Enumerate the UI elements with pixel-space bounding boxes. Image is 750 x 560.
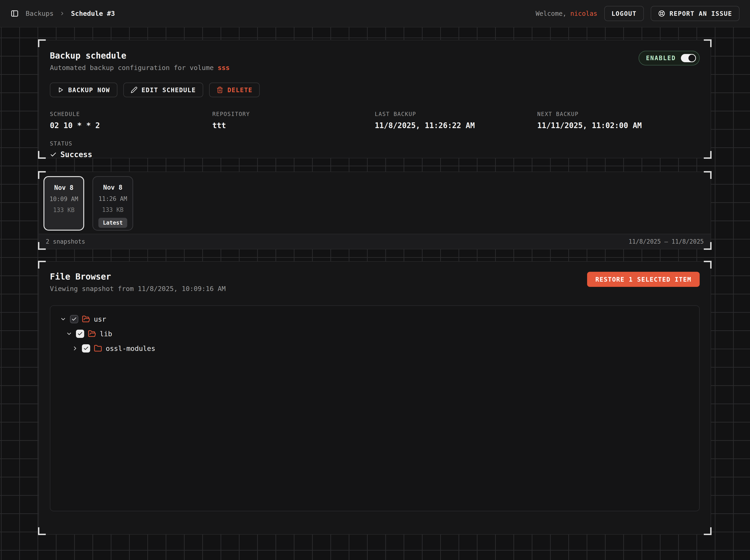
- backup-schedule-card: Backup schedule Automated backup configu…: [38, 40, 711, 158]
- corner-bracket: [38, 39, 46, 47]
- tree-label[interactable]: ossl-modules: [106, 344, 155, 353]
- corner-bracket: [38, 261, 46, 268]
- corner-bracket: [704, 242, 712, 250]
- toggle-switch[interactable]: [681, 54, 696, 62]
- breadcrumb-chevron-icon: [59, 11, 65, 16]
- folder-icon: [94, 344, 102, 353]
- top-bar: Backups Schedule #3 Welcome, nicolas LOG…: [0, 0, 750, 27]
- schedule-details: SCHEDULE 02 10 * * 2 REPOSITORY ttt LAST…: [50, 111, 700, 130]
- volume-name: sss: [218, 64, 230, 72]
- checkbox-checked[interactable]: [82, 344, 90, 353]
- report-issue-button[interactable]: REPORT AN ISSUE: [651, 6, 739, 21]
- folder-open-icon: [88, 329, 96, 338]
- corner-bracket: [704, 171, 712, 179]
- corner-bracket: [38, 151, 46, 159]
- corner-bracket: [38, 527, 46, 535]
- corner-bracket: [704, 39, 712, 47]
- detail-next-backup: NEXT BACKUP 11/11/2025, 11:02:00 AM: [537, 111, 700, 130]
- trash-icon: [216, 86, 223, 93]
- file-tree-panel: usr lib ossl-modules: [50, 305, 700, 511]
- toggle-knob: [688, 55, 695, 62]
- breadcrumb-backups-link[interactable]: Backups: [26, 9, 54, 17]
- snapshot-list: Nov 8 10:09 AM 133 KB Nov 8 11:26 AM 133…: [39, 172, 711, 235]
- latest-badge: Latest: [98, 218, 127, 228]
- snapshot-count: 2 snapshots: [46, 238, 85, 245]
- snapshot-item[interactable]: Nov 8 11:26 AM 133 KB Latest: [93, 176, 133, 231]
- detail-repository: REPOSITORY ttt: [212, 111, 375, 130]
- backup-now-button[interactable]: BACKUP NOW: [50, 83, 117, 97]
- file-browser-card: File Browser Viewing snapshot from 11/8/…: [38, 261, 711, 535]
- tree-row-lib[interactable]: lib: [57, 326, 693, 341]
- enabled-label: ENABLED: [646, 55, 676, 62]
- corner-bracket: [704, 261, 712, 268]
- schedule-card-subtitle: Automated backup configuration for volum…: [50, 64, 230, 72]
- tree-label[interactable]: usr: [94, 315, 106, 323]
- logout-button[interactable]: LOGOUT: [604, 6, 644, 21]
- panel-left-icon: [11, 9, 19, 18]
- corner-bracket: [38, 242, 46, 250]
- corner-bracket: [704, 151, 712, 159]
- chevron-right-icon[interactable]: [72, 345, 78, 352]
- tree-row-ossl-modules[interactable]: ossl-modules: [57, 341, 693, 356]
- chevron-down-icon[interactable]: [60, 316, 66, 322]
- folder-open-icon: [82, 315, 90, 323]
- username: nicolas: [570, 10, 597, 17]
- delete-button[interactable]: DELETE: [209, 83, 260, 97]
- snapshot-date-range: 11/8/2025 – 11/8/2025: [629, 238, 704, 245]
- corner-bracket: [704, 527, 712, 535]
- check-icon: [50, 151, 57, 158]
- detail-schedule: SCHEDULE 02 10 * * 2: [50, 111, 212, 130]
- enabled-toggle[interactable]: ENABLED: [638, 51, 700, 65]
- welcome-text: Welcome, nicolas: [536, 10, 597, 17]
- file-browser-subtitle: Viewing snapshot from 11/8/2025, 10:09:1…: [50, 285, 225, 293]
- tree-label[interactable]: lib: [100, 330, 112, 338]
- sidebar-toggle-button[interactable]: [11, 9, 19, 18]
- lifebuoy-icon: [658, 10, 665, 17]
- schedule-card-title: Backup schedule: [50, 51, 230, 61]
- snapshots-card: Nov 8 10:09 AM 133 KB Nov 8 11:26 AM 133…: [38, 172, 711, 249]
- status-block: STATUS Success: [50, 140, 700, 159]
- corner-bracket: [38, 171, 46, 179]
- checkbox-checked[interactable]: [76, 329, 84, 338]
- file-browser-title: File Browser: [50, 272, 225, 282]
- snapshot-item-selected[interactable]: Nov 8 10:09 AM 133 KB: [43, 176, 84, 231]
- checkbox-partial[interactable]: [70, 315, 78, 323]
- tree-row-usr[interactable]: usr: [57, 312, 693, 326]
- restore-selected-button[interactable]: RESTORE 1 SELECTED ITEM: [587, 272, 700, 287]
- snapshots-footer: 2 snapshots 11/8/2025 – 11/8/2025: [39, 234, 711, 249]
- edit-schedule-button[interactable]: EDIT SCHEDULE: [123, 83, 203, 97]
- chevron-down-icon[interactable]: [66, 331, 72, 337]
- breadcrumb-current-page: Schedule #3: [71, 9, 115, 17]
- play-icon: [57, 86, 64, 93]
- breadcrumb: Backups Schedule #3: [26, 9, 115, 17]
- status-value: Success: [50, 150, 700, 159]
- pencil-icon: [131, 86, 138, 93]
- detail-last-backup: LAST BACKUP 11/8/2025, 11:26:22 AM: [375, 111, 537, 130]
